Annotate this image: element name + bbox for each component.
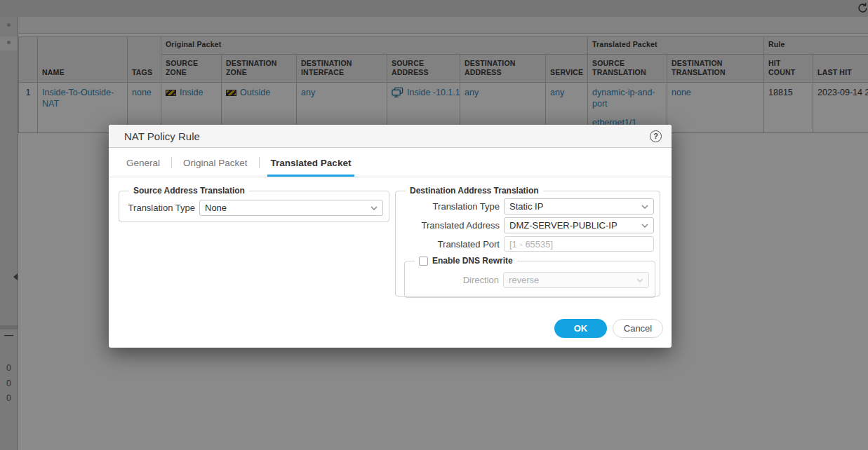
source-translation-type-value: None <box>205 203 370 213</box>
destination-translation-type-value: Static IP <box>509 201 641 212</box>
translated-address-select[interactable]: DMZ-SERVER-PUBLIC-IP <box>504 217 654 233</box>
translated-address-label: Translated Address <box>401 220 500 231</box>
dialog-tab-strip: General Original Packet Translated Packe… <box>109 148 672 177</box>
tab-general[interactable]: General <box>124 158 162 177</box>
translated-port-label: Translated Port <box>401 239 500 250</box>
enable-dns-rewrite-checkbox[interactable] <box>419 257 428 266</box>
chevron-down-icon <box>641 205 648 209</box>
source-translation-type-label: Translation Type <box>125 203 195 213</box>
nat-policy-rule-dialog: NAT Policy Rule ? General Original Packe… <box>109 125 672 348</box>
chevron-down-icon <box>641 224 648 228</box>
enable-dns-rewrite-section: Enable DNS Rewrite Direction reverse <box>404 256 655 298</box>
help-glyph: ? <box>653 132 658 140</box>
dns-rewrite-legend-text: Enable DNS Rewrite <box>432 256 513 266</box>
dialog-titlebar: NAT Policy Rule ? <box>109 125 672 148</box>
ok-button[interactable]: OK <box>554 319 607 338</box>
source-translation-type-select[interactable]: None <box>199 200 383 216</box>
destination-translation-type-label: Translation Type <box>401 201 500 212</box>
tab-separator <box>259 157 260 168</box>
dialog-body: Source Address Translation Translation T… <box>109 177 672 318</box>
dialog-footer: OK Cancel <box>554 319 663 338</box>
source-section-legend: Source Address Translation <box>129 186 249 196</box>
dialog-title: NAT Policy Rule <box>124 130 650 142</box>
translated-address-value: DMZ-SERVER-PUBLIC-IP <box>509 220 641 231</box>
tab-translated-packet[interactable]: Translated Packet <box>269 158 354 177</box>
direction-value: reverse <box>509 275 636 285</box>
translated-port-input[interactable] <box>504 236 654 252</box>
destination-translation-type-select[interactable]: Static IP <box>504 198 654 214</box>
help-icon[interactable]: ? <box>650 130 662 142</box>
tab-separator <box>171 157 172 168</box>
direction-label: Direction <box>410 275 499 285</box>
chevron-down-icon <box>370 206 378 210</box>
direction-select: reverse <box>503 272 649 288</box>
dns-rewrite-legend: Enable DNS Rewrite <box>415 256 517 266</box>
source-address-translation-section: Source Address Translation Translation T… <box>119 186 389 222</box>
chevron-down-icon <box>636 278 643 282</box>
destination-section-legend: Destination Address Translation <box>406 186 543 196</box>
destination-address-translation-section: Destination Address Translation Translat… <box>395 186 660 296</box>
cancel-button[interactable]: Cancel <box>613 319 663 338</box>
tab-original-packet[interactable]: Original Packet <box>181 158 250 177</box>
